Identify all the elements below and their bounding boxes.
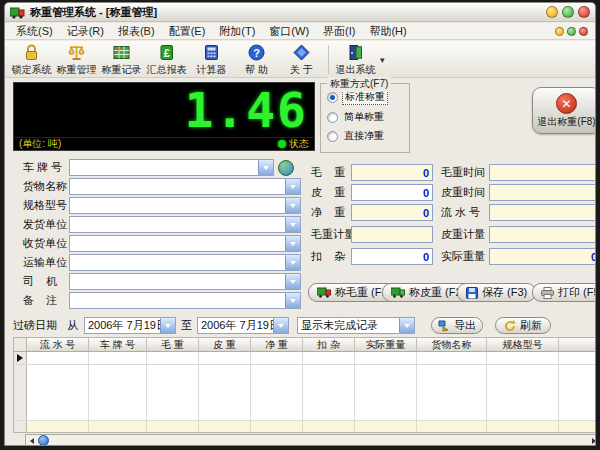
radio-direct-net[interactable]: 直接净重 <box>327 129 409 143</box>
lock-system-button[interactable]: 锁定系统 <box>9 42 54 77</box>
about-button[interactable]: 关 于 <box>279 42 324 77</box>
scroll-left-arrow-icon[interactable] <box>26 435 38 446</box>
transporter-combo[interactable] <box>69 254 301 271</box>
gross-time-field[interactable] <box>489 164 596 181</box>
col-deduction[interactable]: 扣 杂 <box>303 338 355 351</box>
menu-item-system[interactable]: 系统(S) <box>9 23 60 40</box>
receiver-combo[interactable] <box>69 235 301 252</box>
gross-weight-field[interactable]: 0 <box>351 164 433 181</box>
lock-icon <box>22 43 41 62</box>
radio-simple-weigh[interactable]: 简单称重 <box>327 110 409 124</box>
summary-report-button[interactable]: £ 汇总报表 <box>144 42 189 77</box>
menu-item-addons[interactable]: 附加(T) <box>212 23 262 40</box>
menu-item-help[interactable]: 帮助(H) <box>362 23 413 40</box>
chevron-down-icon[interactable] <box>285 179 300 194</box>
chevron-down-icon[interactable] <box>285 198 300 213</box>
exit-system-button[interactable]: 退出系统 <box>333 42 378 77</box>
menu-item-records[interactable]: 记录(R) <box>60 23 111 40</box>
spec-model-combo[interactable] <box>69 197 301 214</box>
menu-item-ui[interactable]: 界面(I) <box>316 23 362 40</box>
chevron-down-icon[interactable] <box>285 217 300 232</box>
gross-meter-label: 毛重计量 <box>311 227 351 242</box>
horizontal-scrollbar[interactable] <box>25 434 596 446</box>
status-label: 状态 <box>289 137 309 151</box>
chevron-down-icon[interactable] <box>285 255 300 270</box>
app-window: 称重管理系统 - [称重管理] 系统(S) 记录(R) 报表(B) 配置(E) … <box>4 2 596 446</box>
remark-combo[interactable] <box>69 292 301 309</box>
screen: 称重管理系统 - [称重管理] 系统(S) 记录(R) 报表(B) 配置(E) … <box>0 0 600 450</box>
deduction-field[interactable]: 0 <box>351 248 433 265</box>
plate-number-label: 车 牌 号 <box>23 160 69 175</box>
net-weight-label: 净 重 <box>311 205 351 220</box>
menu-item-window[interactable]: 窗口(W) <box>262 23 316 40</box>
close-button[interactable] <box>578 6 590 18</box>
save-icon <box>466 287 478 299</box>
chevron-down-icon[interactable] <box>285 236 300 251</box>
table-row[interactable] <box>14 352 596 365</box>
col-net[interactable]: 净 重 <box>251 338 303 351</box>
driver-label: 司 机 <box>23 274 69 289</box>
print-icon <box>541 287 554 299</box>
help-button[interactable]: ? 帮 助 <box>234 42 279 77</box>
menu-item-config[interactable]: 配置(E) <box>162 23 213 40</box>
weigh-date-label: 过磅日期 <box>13 318 57 333</box>
print-button[interactable]: 打印 (F5) <box>532 283 596 302</box>
chevron-down-icon[interactable] <box>285 293 300 308</box>
col-goods[interactable]: 货物名称 <box>417 338 487 351</box>
weigh-manage-button[interactable]: 称重管理 <box>54 42 99 77</box>
tare-weight-field[interactable]: 0 <box>351 184 433 201</box>
chevron-down-icon[interactable] <box>160 318 175 333</box>
shipper-combo[interactable] <box>69 216 301 233</box>
record-filter-select[interactable]: 显示未完成记录 <box>297 317 415 334</box>
plate-number-combo[interactable] <box>69 159 274 176</box>
chevron-down-icon[interactable] <box>399 318 414 333</box>
child-restore-button[interactable] <box>567 27 576 36</box>
weigh-mode-group: 称重方式(F7) 标准称重 简单称重 直接净重 <box>320 83 410 153</box>
tare-weight-label: 皮 重 <box>311 185 351 200</box>
col-spec[interactable]: 规格型号 <box>487 338 559 351</box>
maximize-button[interactable] <box>562 6 574 18</box>
actual-weight-field[interactable]: 0 <box>489 248 596 265</box>
to-date-picker[interactable]: 2006年 7月19日 <box>197 317 289 334</box>
toolbar-overflow-chevron-icon[interactable]: ▾ <box>380 55 385 65</box>
col-gross[interactable]: 毛 重 <box>147 338 199 351</box>
gross-time-label: 毛重时间 <box>441 165 489 180</box>
col-tare[interactable]: 皮 重 <box>199 338 251 351</box>
calculator-button[interactable]: 计算器 <box>189 42 234 77</box>
chevron-down-icon[interactable] <box>285 274 300 289</box>
child-minimize-button[interactable] <box>555 27 564 36</box>
weight-led-display: 1.46 (单位: 吨) 状态 <box>13 82 315 151</box>
net-weight-field[interactable]: 0 <box>351 204 433 221</box>
driver-combo[interactable] <box>69 273 301 290</box>
window-title: 称重管理系统 - [称重管理] <box>30 5 157 20</box>
gross-meter-field[interactable] <box>351 226 433 243</box>
serial-number-field[interactable] <box>489 204 596 221</box>
export-button[interactable]: 导出 <box>431 317 483 334</box>
minimize-button[interactable] <box>546 6 558 18</box>
col-serial[interactable]: 流 水 号 <box>27 338 89 351</box>
tare-meter-label: 皮重计量 <box>441 227 489 242</box>
goods-name-combo[interactable] <box>69 178 301 195</box>
scroll-right-arrow-icon[interactable] <box>588 435 596 446</box>
chevron-down-icon[interactable] <box>273 318 288 333</box>
remark-label: 备 注 <box>23 293 69 308</box>
tare-meter-field[interactable] <box>489 226 596 243</box>
col-actual[interactable]: 实际重量 <box>355 338 417 351</box>
col-plate[interactable]: 车 牌 号 <box>89 338 147 351</box>
chevron-down-icon[interactable] <box>258 160 273 175</box>
refresh-button[interactable]: 刷新 <box>495 317 551 334</box>
menu-item-reports[interactable]: 报表(B) <box>111 23 162 40</box>
connection-status-dot-icon <box>278 140 286 148</box>
from-date-picker[interactable]: 2006年 7月19日 <box>84 317 176 334</box>
table-empty-area <box>14 365 596 421</box>
globe-icon[interactable] <box>278 160 294 176</box>
save-button[interactable]: 保存 (F3) <box>457 283 536 302</box>
exit-weigh-button[interactable]: ✕ 退出称重(F8) <box>532 87 596 134</box>
child-close-button[interactable] <box>579 27 588 36</box>
tare-time-field[interactable] <box>489 184 596 201</box>
receiver-label: 收货单位 <box>23 236 69 251</box>
tare-time-label: 皮重时间 <box>441 185 489 200</box>
scrollbar-thumb[interactable] <box>38 435 49 446</box>
weigh-records-button[interactable]: 称重记录 <box>99 42 144 77</box>
radio-standard-weigh[interactable]: 标准称重 <box>327 89 409 105</box>
